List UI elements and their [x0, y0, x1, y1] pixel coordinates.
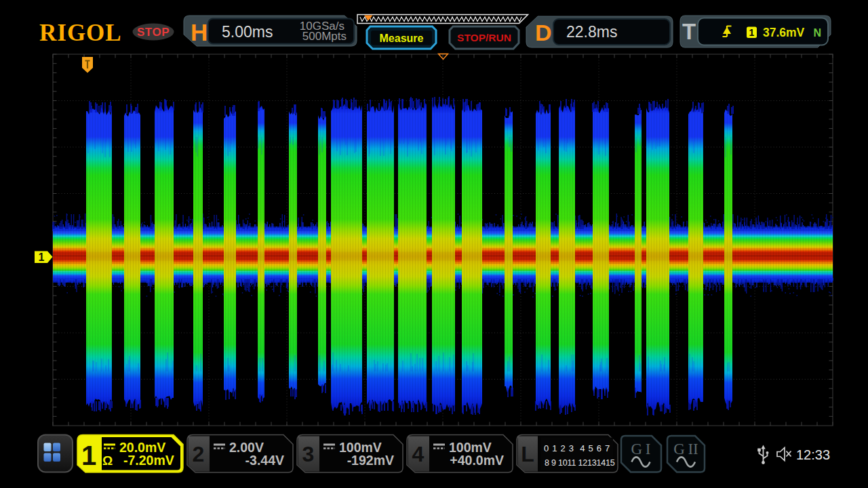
svg-text:3: 3 — [302, 442, 315, 466]
svg-text:4: 4 — [412, 442, 425, 466]
svg-text:1: 1 — [81, 441, 96, 470]
svg-text:STOP: STOP — [137, 26, 170, 39]
svg-text:500Mpts: 500Mpts — [302, 30, 347, 43]
svg-text:D: D — [535, 20, 552, 45]
svg-text:G I: G I — [631, 441, 651, 458]
svg-text:37.6mV: 37.6mV — [763, 26, 805, 39]
svg-text:1: 1 — [749, 27, 755, 38]
svg-text:RIGOL: RIGOL — [39, 20, 122, 46]
svg-text:H: H — [191, 19, 208, 45]
svg-text:G II: G II — [673, 441, 698, 458]
svg-text:T: T — [682, 19, 696, 44]
svg-text:1: 1 — [39, 251, 45, 263]
svg-text:L: L — [521, 442, 534, 466]
svg-text:N: N — [814, 27, 822, 39]
svg-text:0 1 2 3 4 5 6 7: 0 1 2 3 4 5 6 7 — [544, 443, 610, 453]
svg-text:2: 2 — [193, 442, 205, 466]
svg-text:5.00ms: 5.00ms — [222, 23, 273, 41]
svg-text:Measure: Measure — [380, 33, 424, 44]
svg-text:STOP/RUN: STOP/RUN — [457, 32, 511, 43]
svg-text:22.8ms: 22.8ms — [566, 23, 617, 41]
svg-text:8 9 1011 12131415: 8 9 1011 12131415 — [545, 458, 615, 468]
svg-text:Ω: Ω — [102, 453, 113, 468]
svg-text:12:33: 12:33 — [796, 447, 830, 462]
svg-text:-7.20mV: -7.20mV — [123, 453, 174, 468]
svg-text:-3.44V: -3.44V — [245, 453, 284, 468]
svg-text:+40.0mV: +40.0mV — [450, 453, 504, 468]
svg-text:-192mV: -192mV — [347, 453, 394, 468]
